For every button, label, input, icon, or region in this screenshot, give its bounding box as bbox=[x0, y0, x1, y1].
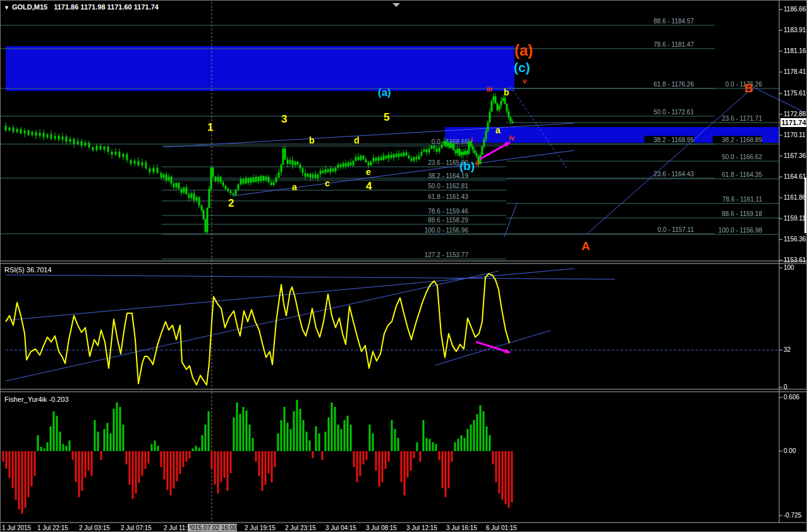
fib-level-label: 127.2 - 1153.77 bbox=[425, 251, 469, 258]
elliott-wave-label[interactable]: 2 bbox=[228, 197, 234, 209]
fisher-bar bbox=[161, 451, 162, 467]
candle-body bbox=[198, 197, 200, 205]
fisher-bar bbox=[495, 451, 497, 482]
fisher-bar bbox=[366, 451, 368, 460]
elliott-wave-label[interactable]: b bbox=[309, 135, 315, 145]
candle-body bbox=[119, 152, 121, 157]
fisher-bar bbox=[123, 425, 124, 451]
elliott-wave-label[interactable]: iv bbox=[509, 134, 515, 142]
elliott-wave-label[interactable]: c bbox=[325, 178, 330, 188]
fib-retracement-1[interactable]: 0.0 - 1176.2623.6 - 1171.7138.2 - 1168.8… bbox=[506, 81, 779, 234]
candle-body bbox=[449, 143, 451, 148]
fisher-indicator-label: Fisher_Yur4ik -0.203 bbox=[4, 396, 69, 403]
fisher-bar bbox=[312, 451, 314, 458]
elliott-wave-label[interactable]: A bbox=[581, 239, 590, 253]
price-tick-label: 1159.11 bbox=[784, 215, 806, 222]
fisher-bar bbox=[18, 451, 20, 509]
fib-level-label: 50.0 - 1172.61 bbox=[653, 109, 694, 116]
candle-body bbox=[228, 189, 229, 191]
elliott-wave-label[interactable]: i bbox=[471, 136, 473, 143]
elliott-wave-label[interactable]: 4 bbox=[366, 180, 372, 192]
elliott-wave-label[interactable]: (a) bbox=[378, 87, 391, 99]
current-price-badge: 1171.74 bbox=[780, 118, 807, 127]
fisher-bar bbox=[423, 420, 425, 451]
candle-body bbox=[183, 188, 185, 193]
candle-body bbox=[451, 144, 453, 148]
fib-level-label: 88.6 - 1158.29 bbox=[428, 217, 468, 224]
candle-body bbox=[431, 146, 433, 149]
selected-time-badge: 2015.07.02 16:00 bbox=[188, 524, 237, 532]
fisher-bar bbox=[458, 438, 459, 451]
elliott-wave-label[interactable]: 5 bbox=[384, 111, 389, 123]
trendline[interactable] bbox=[6, 275, 615, 279]
candle-body bbox=[495, 97, 497, 104]
fisher-bar bbox=[53, 411, 55, 451]
candle-body bbox=[340, 165, 342, 167]
candle-body bbox=[248, 178, 250, 183]
candle-body bbox=[5, 126, 7, 130]
fisher-bar bbox=[293, 411, 295, 451]
fisher-bar bbox=[379, 451, 380, 487]
candle-body bbox=[73, 139, 75, 144]
fisher-bar bbox=[451, 451, 453, 462]
fib-level-label: 38.2 - 1168.89 bbox=[722, 136, 762, 143]
fisher-bar bbox=[255, 451, 257, 462]
trendline[interactable] bbox=[504, 203, 517, 237]
candle-body bbox=[220, 177, 222, 182]
candle-body bbox=[353, 161, 355, 166]
elliott-wave-label[interactable]: B bbox=[744, 82, 753, 95]
fisher-bar bbox=[319, 433, 320, 451]
candle-body bbox=[282, 148, 284, 164]
symbol-dropdown-icon[interactable]: ▼ bbox=[4, 4, 9, 11]
candle-body bbox=[300, 165, 301, 169]
elliott-wave-label[interactable]: (b) bbox=[459, 159, 475, 172]
candle-body bbox=[380, 157, 382, 160]
signal-arrow[interactable] bbox=[476, 342, 510, 353]
candle-body bbox=[201, 205, 203, 210]
elliott-wave-label[interactable]: b bbox=[504, 87, 509, 97]
fisher-bar bbox=[66, 446, 68, 451]
candle-body bbox=[355, 157, 357, 161]
fisher-bar bbox=[445, 451, 447, 497]
candle-body bbox=[439, 148, 440, 152]
fisher-bar bbox=[268, 451, 270, 473]
fib-level-label: 50.0 - 1166.62 bbox=[722, 154, 762, 160]
candle-body bbox=[502, 98, 504, 101]
scrollbar-thumb[interactable] bbox=[804, 178, 807, 233]
fisher-bar bbox=[325, 432, 327, 451]
fisher-bar bbox=[167, 451, 169, 490]
elliott-wave-label[interactable]: 3 bbox=[281, 113, 287, 125]
candle-body bbox=[207, 208, 209, 232]
fisher-bar bbox=[227, 451, 229, 491]
elliott-wave-label[interactable]: 1 bbox=[207, 121, 213, 133]
fisher-bar bbox=[28, 451, 30, 497]
chart-shift-marker-icon[interactable] bbox=[392, 3, 400, 7]
candle-body bbox=[348, 162, 349, 166]
candle-body bbox=[163, 174, 165, 178]
fisher-bar bbox=[50, 426, 52, 451]
elliott-wave-label[interactable]: e bbox=[366, 167, 371, 177]
supply-zone-upper[interactable] bbox=[6, 46, 514, 91]
fisher-bar bbox=[37, 435, 39, 451]
elliott-wave-label[interactable]: d bbox=[354, 135, 360, 145]
elliott-wave-label[interactable]: (a) bbox=[514, 42, 533, 59]
candle-body bbox=[426, 150, 428, 153]
elliott-wave-label[interactable]: a bbox=[292, 182, 297, 192]
elliott-wave-label[interactable]: v bbox=[523, 77, 527, 85]
candle-body bbox=[466, 151, 468, 154]
elliott-wave-label[interactable]: ii bbox=[475, 159, 479, 167]
chart-canvas[interactable]: 88.6 - 1184.5778.6 - 1181.4761.8 - 1176.… bbox=[1, 1, 807, 532]
trendline[interactable] bbox=[6, 271, 499, 381]
fib-level-label: 100.0 - 1156.98 bbox=[719, 227, 763, 234]
elliott-wave-label[interactable]: a bbox=[495, 125, 501, 135]
elliott-wave-label[interactable]: (c) bbox=[514, 60, 530, 75]
candle-body bbox=[360, 155, 362, 160]
candle-body bbox=[205, 219, 207, 232]
elliott-wave-label[interactable]: iii bbox=[487, 85, 492, 93]
fisher-bar bbox=[435, 444, 437, 451]
fisher-bar bbox=[476, 414, 478, 451]
candle-body bbox=[463, 152, 464, 155]
fisher-bar bbox=[271, 451, 273, 482]
candle-body bbox=[327, 169, 329, 172]
fib-retracement-2[interactable]: 0.0 - 1168.6623.6 - 1165.9038.2 - 1164.1… bbox=[162, 138, 506, 259]
